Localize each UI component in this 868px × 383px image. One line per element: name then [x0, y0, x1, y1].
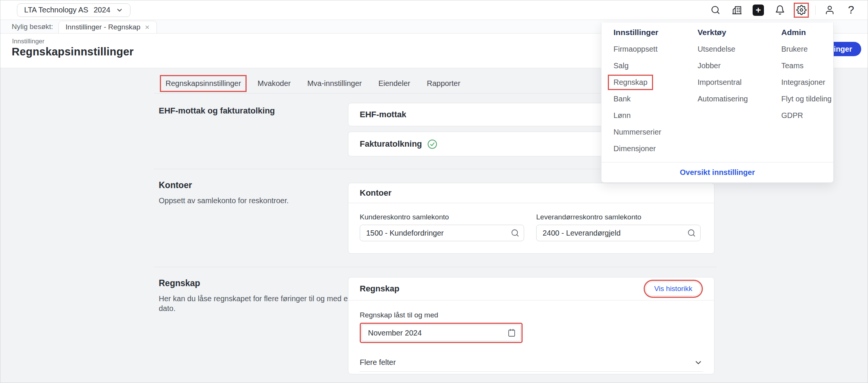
menu-item-regnskap[interactable]: Regnskap — [613, 74, 698, 90]
regnskap-card-title: Regnskap — [360, 284, 399, 294]
kundereskontro-label: Kundereskontro samlekonto — [360, 213, 524, 221]
field-kundereskontro: Kundereskontro samlekonto — [360, 213, 524, 241]
company-name: LTA Technology AS — [24, 6, 88, 14]
fakturatolkning-title: Fakturatolkning — [360, 139, 422, 149]
chevron-down-icon — [694, 358, 703, 367]
leverandorreskontro-label: Leverandørreskontro samlekonto — [536, 213, 701, 221]
kontoer-heading: Kontoer — [159, 180, 192, 190]
regnskap-card: Regnskap Vis historikk Regnskap låst til… — [348, 277, 715, 374]
settings-gear-icon[interactable] — [794, 3, 809, 18]
annotation-box — [360, 323, 523, 343]
menu-item-teams[interactable]: Teams — [781, 57, 833, 74]
flere-felter-label: Flere felter — [360, 358, 396, 367]
regnskap-heading: Regnskap — [159, 278, 200, 288]
plus-glyph: + — [753, 5, 764, 16]
menu-item-importsentral[interactable]: Importsentral — [698, 74, 781, 90]
menu-item-automatisering[interactable]: Automatisering — [698, 90, 781, 107]
menu-item-salg[interactable]: Salg — [613, 57, 698, 74]
recent-tab-title: Innstillinger - Regnskap — [66, 23, 141, 31]
tab-regnskapsinnstillinger[interactable]: Regnskapsinnstillinger — [160, 75, 247, 92]
tab-mva-innstillinger[interactable]: Mva-innstillinger — [302, 75, 368, 92]
regnskap-card-header: Regnskap Vis historikk — [348, 277, 714, 300]
ehf-section-label: EHF-mottak og fakturatolking — [159, 106, 275, 116]
menu-item-dimensjoner[interactable]: Dimensjoner — [613, 140, 698, 157]
kontoer-description: Oppsett av samlekonto for reskontroer. — [159, 196, 289, 205]
vis-historikk-button[interactable]: Vis historikk — [646, 282, 701, 296]
oversikt-innstillinger-link[interactable]: Oversikt innstillinger — [680, 168, 755, 177]
flere-felter-expander[interactable]: Flere felter — [360, 354, 703, 372]
search-icon[interactable] — [687, 228, 696, 237]
menu-header-admin: Admin — [781, 24, 833, 41]
recently-visited-label: Nylig besøkt: — [12, 23, 53, 31]
tab-eiendeler[interactable]: Eiendeler — [373, 75, 416, 92]
menu-item-bank[interactable]: Bank — [613, 90, 698, 107]
regnskap-card-body: Regnskap låst til og med Flere felter — [348, 300, 714, 372]
calendar-icon[interactable] — [507, 328, 516, 337]
user-profile-icon[interactable] — [822, 3, 837, 18]
menu-column-admin: Admin Brukere Teams Integrasjoner Flyt o… — [781, 24, 833, 162]
menu-column-verktoy: Verktøy Utsendelse Jobber Importsentral … — [698, 24, 781, 162]
close-icon[interactable]: × — [145, 23, 149, 32]
page-title: Regnskapsinnstillinger — [12, 46, 133, 58]
topbar-separator — [815, 5, 816, 15]
annotation-box: Regnskap — [608, 75, 653, 90]
tab-rapporter[interactable]: Rapporter — [421, 75, 466, 92]
topbar: LTA Technology AS 2024 + — [0, 0, 868, 20]
kontoer-card-title: Kontoer — [360, 188, 391, 198]
kontoer-card-header: Kontoer — [348, 183, 714, 203]
tab-mvakoder[interactable]: Mvakoder — [252, 75, 296, 92]
fiscal-year: 2024 — [94, 6, 110, 14]
menu-item-firmaoppsett[interactable]: Firmaoppsett — [613, 41, 698, 57]
search-icon[interactable] — [708, 3, 723, 18]
app-root: LTA Technology AS 2024 + — [0, 0, 868, 383]
menu-header-innstillinger: Innstillinger — [613, 24, 698, 41]
leverandorreskontro-input[interactable] — [536, 225, 701, 241]
menu-item-nummerserier[interactable]: Nummerserier — [613, 124, 698, 140]
annotation-box: Vis historikk — [644, 280, 703, 298]
breadcrumb: Innstillinger — [12, 38, 44, 45]
regnskap-laast-label: Regnskap låst til og med — [360, 311, 703, 319]
success-check-icon — [427, 139, 437, 149]
company-register-icon[interactable] — [729, 3, 744, 18]
kontoer-card-body: Kundereskontro samlekonto Leverandørresk… — [348, 203, 714, 241]
recent-tab-innstillinger-regnskap[interactable]: Innstillinger - Regnskap × — [58, 21, 157, 33]
ehf-mottak-title: EHF-mottak — [360, 110, 406, 119]
regnskap-laast-date-input[interactable] — [362, 325, 521, 341]
field-leverandorreskontro: Leverandørreskontro samlekonto — [536, 213, 701, 241]
section-divider — [154, 267, 717, 267]
help-icon[interactable]: ? — [843, 3, 859, 18]
content-tabs: Regnskapsinnstillinger Mvakoder Mva-inns… — [160, 75, 466, 92]
regnskap-description: Her kan du låse regnskapet for flere før… — [159, 294, 364, 313]
kontoer-card: Kontoer Kundereskontro samlekonto Levera… — [348, 183, 715, 254]
topbar-icons: + ? — [708, 3, 859, 18]
notifications-bell-icon[interactable] — [772, 3, 787, 18]
menu-column-innstillinger: Innstillinger Firmaoppsett Salg Regnskap… — [613, 24, 698, 162]
settings-menu-columns: Innstillinger Firmaoppsett Salg Regnskap… — [601, 23, 833, 162]
company-selector[interactable]: LTA Technology AS 2024 — [17, 3, 130, 17]
menu-item-jobber[interactable]: Jobber — [698, 57, 781, 74]
menu-item-integrasjoner[interactable]: Integrasjoner — [781, 74, 833, 90]
menu-header-verktoy: Verktøy — [698, 24, 781, 41]
settings-menu-footer: Oversikt innstillinger — [601, 162, 833, 182]
chevron-down-icon — [116, 6, 123, 14]
create-new-icon[interactable]: + — [751, 3, 766, 18]
menu-item-flyt-og-tildeling[interactable]: Flyt og tildeling — [781, 90, 833, 107]
settings-dropdown-menu: Innstillinger Firmaoppsett Salg Regnskap… — [601, 23, 834, 183]
search-icon[interactable] — [511, 228, 520, 237]
menu-item-brukere[interactable]: Brukere — [781, 41, 833, 57]
menu-item-gdpr[interactable]: GDPR — [781, 107, 833, 124]
menu-item-lonn[interactable]: Lønn — [613, 107, 698, 124]
help-glyph: ? — [848, 4, 854, 16]
menu-item-utsendelse[interactable]: Utsendelse — [698, 41, 781, 57]
kundereskontro-input[interactable] — [360, 225, 524, 241]
